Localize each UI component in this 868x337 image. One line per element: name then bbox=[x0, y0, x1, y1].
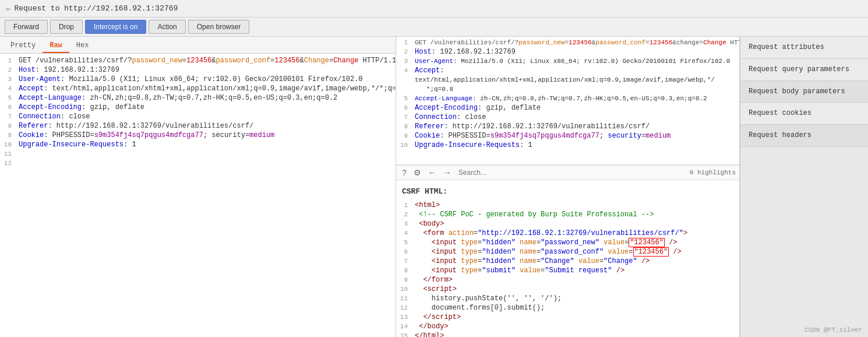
csrf-line-11: 11 history.pushState('', '', '/'); bbox=[396, 294, 739, 303]
code-line-6: 6 Accept-Encoding: gzip, deflate bbox=[0, 103, 396, 112]
open-browser-button[interactable]: Open browser bbox=[188, 20, 249, 34]
code-line-8: 8 Referer: http://192.168.92.1:32769/vul… bbox=[0, 121, 396, 131]
csrf-line-15: 15 </html> bbox=[396, 331, 739, 337]
watermark: CSDN @PT_silver bbox=[805, 327, 862, 334]
middle-panel: 1 GET /vulnerabilities/csrf/?password_ne… bbox=[396, 37, 740, 337]
code-line-5: 5 Accept-Language: zh-CN,zh;q=0.8,zh-TW;… bbox=[0, 93, 396, 103]
drop-button[interactable]: Drop bbox=[50, 20, 83, 34]
right-item-cookies[interactable]: Request cookies bbox=[740, 103, 868, 125]
tab-bar: Pretty Raw Hex bbox=[0, 37, 396, 54]
code-line-2: 2 Host: 192.168.92.1:32769 bbox=[0, 65, 396, 75]
middle-request-raw: 1 GET /vulnerabilities/csrf/?password_ne… bbox=[396, 37, 739, 165]
csrf-line-1: 1 <html> bbox=[396, 201, 739, 210]
code-line-3: 3 User-Agent: Mozilla/5.0 (X11; Linux x8… bbox=[0, 75, 396, 84]
action-button[interactable]: Action bbox=[149, 20, 185, 34]
left-panel: Pretty Raw Hex 1 GET /vulnerabilities/cs… bbox=[0, 37, 396, 337]
csrf-line-3: 3 <body> bbox=[396, 219, 739, 229]
search-input[interactable] bbox=[456, 167, 687, 178]
code-line-1: 1 GET /vulnerabilities/csrf/?password_ne… bbox=[0, 56, 396, 65]
csrf-title: CSRF HTML: bbox=[396, 182, 739, 201]
csrf-line-2: 2 <!-- CSRF PoC - generated by Burp Suit… bbox=[396, 210, 739, 219]
pencil-icon: ✏ bbox=[6, 3, 10, 13]
code-line-12: 12 bbox=[0, 159, 396, 168]
mid-code-line-10: 10 Upgrade-Insecure-Requests: 1 bbox=[396, 141, 739, 150]
request-title: Request to http://192.168.92.1:32769 bbox=[14, 4, 178, 13]
code-line-7: 7 Connection: close bbox=[0, 112, 396, 121]
csrf-line-7: 7 <input type="hidden" name="Change" val… bbox=[396, 257, 739, 266]
right-item-query-params[interactable]: Request query parameters bbox=[740, 59, 868, 81]
code-line-4: 4 Accept: text/html,application/xhtml+xm… bbox=[0, 84, 396, 93]
code-line-9: 9 Cookie: PHPSESSID=s9m354fj4sq7pqgus4md… bbox=[0, 131, 396, 140]
mid-code-line-3: 3 User-Agent: Mozilla/5.0 (X11; Linux x8… bbox=[396, 57, 739, 66]
mid-code-line-8: 8 Referer: http://192.168.92.1:32769/vul… bbox=[396, 122, 739, 131]
csrf-line-5: 5 <input type="hidden" name="password_ne… bbox=[396, 238, 739, 247]
main-content: Pretty Raw Hex 1 GET /vulnerabilities/cs… bbox=[0, 37, 868, 337]
mid-code-line-1: 1 GET /vulnerabilities/csrf/?password_ne… bbox=[396, 38, 739, 47]
csrf-line-9: 9 </form> bbox=[396, 275, 739, 285]
mid-code-line-6: 6 Accept-Encoding: gzip, deflate bbox=[396, 103, 739, 113]
code-line-11: 11 bbox=[0, 149, 396, 159]
tab-hex[interactable]: Hex bbox=[69, 39, 96, 53]
back-icon[interactable]: ← bbox=[426, 167, 439, 178]
code-line-10: 10 Upgrade-Insecure-Requests: 1 bbox=[0, 140, 396, 149]
mid-code-line-9: 9 Cookie: PHPSESSID=s9m354fj4sq7pqgus4md… bbox=[396, 131, 739, 141]
csrf-line-14: 14 </body> bbox=[396, 322, 739, 331]
intercept-button[interactable]: Intercept is on bbox=[85, 20, 146, 34]
title-bar: ✏ Request to http://192.168.92.1:32769 bbox=[0, 0, 868, 17]
settings-icon[interactable]: ⚙ bbox=[411, 167, 424, 178]
csrf-line-12: 12 document.forms[0].submit(); bbox=[396, 303, 739, 313]
tab-raw[interactable]: Raw bbox=[43, 39, 69, 53]
forward-button[interactable]: Forward bbox=[5, 20, 48, 34]
tab-pretty[interactable]: Pretty bbox=[3, 39, 43, 53]
right-item-request-attributes[interactable]: Request attributes bbox=[740, 37, 868, 59]
mid-code-line-4: 4 Accept: bbox=[396, 66, 739, 75]
mid-code-line-5: 5 Accept-Language: zh-CN,zh;q=0.8,zh-TW;… bbox=[396, 94, 739, 103]
mid-code-line-2: 2 Host: 192.168.92.1:32769 bbox=[396, 47, 739, 57]
toolbar: Forward Drop Intercept is on Action Open… bbox=[0, 17, 868, 37]
highlights-count: 0 highlights bbox=[690, 169, 736, 176]
csrf-line-10: 10 <script> bbox=[396, 285, 739, 294]
csrf-line-4: 4 <form action="http://192.168.92.1:3276… bbox=[396, 229, 739, 238]
right-item-headers[interactable]: Request headers bbox=[740, 125, 868, 147]
search-bar: ? ⚙ ← → 0 highlights bbox=[396, 165, 739, 180]
forward-icon[interactable]: → bbox=[441, 167, 454, 178]
help-icon[interactable]: ? bbox=[400, 167, 409, 178]
request-code-area[interactable]: 1 GET /vulnerabilities/csrf/?password_ne… bbox=[0, 54, 396, 337]
csrf-line-13: 13 </script> bbox=[396, 313, 739, 322]
csrf-line-6: 6 <input type="hidden" name="password_co… bbox=[396, 247, 739, 257]
mid-code-line-4b: text/html,application/xhtml+xml,applicat… bbox=[396, 75, 739, 94]
right-item-body-params[interactable]: Request body parameters bbox=[740, 81, 868, 103]
csrf-section: CSRF HTML: 1 <html> 2 <!-- CSRF PoC - ge… bbox=[396, 180, 739, 337]
csrf-line-8: 8 <input type="submit" value="Submit req… bbox=[396, 266, 739, 275]
right-panel: Request attributes Request query paramet… bbox=[740, 37, 868, 337]
mid-code-line-7: 7 Connection: close bbox=[396, 113, 739, 122]
